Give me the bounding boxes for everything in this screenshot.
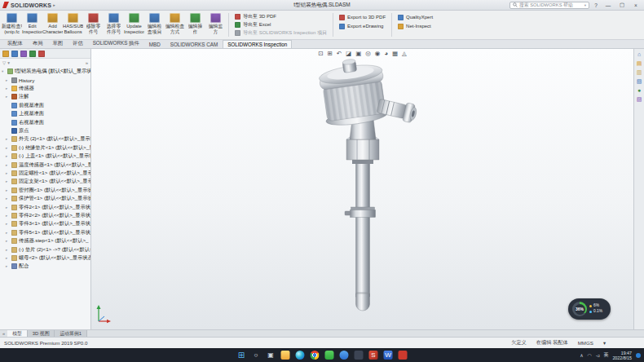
tree-item[interactable]: ▸ 温度传感器<1> (默认<<默认>_显示 bbox=[0, 161, 90, 169]
filter-caret-icon[interactable]: ▾ bbox=[7, 60, 10, 65]
maximize-button[interactable]: ▢ bbox=[616, 1, 628, 10]
section-view-icon[interactable]: ◪ bbox=[346, 50, 351, 57]
propertymanager-tab-icon[interactable] bbox=[11, 51, 18, 57]
ribbon-button[interactable]: 选择零 件序号 bbox=[104, 11, 124, 38]
tray-chevron-icon[interactable]: ∧ bbox=[580, 352, 583, 358]
dimxpertmanager-tab-icon[interactable] bbox=[29, 51, 36, 57]
tree-item-expand-icon[interactable]: ▸ bbox=[6, 248, 10, 252]
search-dropdown-icon[interactable]: ▾ bbox=[584, 3, 586, 7]
tree-item[interactable]: ▸ 零件3<1> (默认<<默认>_显示状态 bbox=[0, 220, 90, 228]
tree-root-expand-icon[interactable]: ▾ bbox=[2, 69, 6, 73]
design-library-icon[interactable]: ▤ bbox=[637, 60, 642, 66]
tabs-collapse-icon[interactable]: « bbox=[0, 330, 7, 337]
tree-item[interactable]: ▸ 零件2<1> (默认<<默认>_显示状态 bbox=[0, 203, 90, 211]
status-item[interactable]: ▾ bbox=[603, 340, 606, 346]
tree-item[interactable]: ▸ 零件2<2> (默认<<默认>_显示状态 bbox=[0, 211, 90, 219]
tree-item-expand-icon[interactable]: ▸ bbox=[6, 95, 10, 99]
tree-item-expand-icon[interactable]: ▸ bbox=[6, 264, 10, 268]
minimize-button[interactable]: — bbox=[602, 1, 614, 10]
ribbon-button[interactable]: 编辑操 作 bbox=[185, 11, 205, 38]
tree-item-expand-icon[interactable]: ▸ bbox=[6, 86, 10, 90]
displaymanager-tab-icon[interactable] bbox=[38, 51, 45, 57]
appearances-icon[interactable]: ● bbox=[637, 87, 641, 93]
search-input[interactable]: 搜索 SOLIDWORKS 帮助 ▾ bbox=[509, 2, 589, 9]
tree-item-expand-icon[interactable]: ▸ bbox=[6, 256, 10, 260]
task-view-button[interactable]: ▣ bbox=[267, 351, 276, 360]
notification-badge[interactable] bbox=[636, 353, 641, 358]
thermocouple-model[interactable] bbox=[91, 49, 633, 329]
probe-tube[interactable] bbox=[356, 157, 370, 311]
tree-item-expand-icon[interactable]: ▸ bbox=[6, 179, 10, 183]
ribbon-button[interactable]: Edit Inspection bbox=[22, 11, 42, 38]
close-button[interactable]: × bbox=[630, 1, 642, 10]
tree-item-expand-icon[interactable]: ▸ bbox=[6, 222, 10, 226]
view-palette-icon[interactable]: ▧ bbox=[637, 78, 642, 84]
tree-item[interactable]: ▸ 密封圈<1> (默认<<默认>_显示状态 bbox=[0, 186, 90, 194]
tree-item-expand-icon[interactable]: ▸ bbox=[6, 154, 10, 158]
zoom-fit-icon[interactable]: ⊡ bbox=[318, 50, 323, 57]
cable-connector[interactable] bbox=[376, 96, 417, 123]
ime-indicator[interactable]: 英 bbox=[603, 351, 608, 359]
volume-icon[interactable]: ◅ bbox=[596, 352, 600, 358]
zoom-area-icon[interactable]: ⊞ bbox=[328, 50, 333, 57]
filter-funnel-icon[interactable]: ▽ bbox=[2, 60, 6, 65]
view-orientation-icon[interactable]: ▣ bbox=[355, 50, 361, 57]
hide-show-items-icon[interactable]: ◉ bbox=[375, 50, 381, 57]
ribbon-button[interactable]: 编辑检 查项目 bbox=[144, 11, 165, 38]
tree-item-expand-icon[interactable]: ▸ bbox=[6, 214, 10, 218]
tree-item[interactable]: 原点 bbox=[0, 126, 90, 135]
motion-tab[interactable]: 模型 bbox=[7, 330, 28, 337]
tree-item[interactable]: ▸ 外壳 (2)<1> (默认<<默认>_显示状态 bbox=[0, 135, 90, 143]
tree-item[interactable]: 右视基准面 bbox=[0, 118, 90, 126]
tree-item[interactable]: ▸ 固定支架<1> (默认<<默认>_显示状 bbox=[0, 178, 90, 186]
connection-head[interactable] bbox=[317, 55, 389, 129]
tree-item[interactable]: ▸ (-) 绝缘垫片<1> (默认<<默认>_显示 bbox=[0, 143, 90, 152]
tree-item[interactable]: ▸ 零件5<1> (默认<<默认>_显示状态 bbox=[0, 228, 90, 236]
ribbon-button[interactable]: 新建检查项目 (snip.fc bbox=[2, 11, 22, 38]
ribbon-tab[interactable]: 装配体 bbox=[2, 38, 28, 48]
status-item[interactable]: MMGS bbox=[578, 340, 593, 346]
service-menu-item[interactable]: Net-Inspect bbox=[398, 22, 433, 30]
tree-item[interactable]: 前视基准面 bbox=[0, 101, 90, 109]
clamp-ring[interactable] bbox=[345, 207, 376, 218]
tree-item[interactable]: ▸ 配合 bbox=[0, 263, 90, 271]
ribbon-button[interactable]: 编辑检查 方式 bbox=[165, 11, 185, 38]
previous-view-icon[interactable]: ↶ bbox=[337, 50, 342, 57]
ribbon-button[interactable]: 移除零 件号 bbox=[83, 11, 104, 38]
tree-item-expand-icon[interactable]: ▸ bbox=[6, 163, 10, 167]
tree-item-expand-icon[interactable]: ▸ bbox=[6, 137, 10, 141]
file-explorer-pane-icon[interactable]: ▥ bbox=[637, 69, 642, 75]
app-red-button[interactable] bbox=[399, 351, 408, 360]
edge-button[interactable] bbox=[296, 351, 305, 360]
export-menu-item[interactable]: Export to 3D PDF bbox=[339, 13, 386, 21]
ribbon-tab[interactable]: SOLIDWORKS CAM bbox=[165, 40, 223, 48]
help-button[interactable]: ? bbox=[592, 2, 600, 8]
search-button[interactable]: ○ bbox=[252, 351, 261, 360]
ribbon-button[interactable]: 编辑监 方 bbox=[205, 11, 226, 38]
export-menu-item[interactable]: Export eDrawing bbox=[339, 22, 386, 30]
featuremanager-tab-icon[interactable] bbox=[2, 51, 9, 57]
export-menu-item[interactable]: 导出至 3D PDF bbox=[235, 13, 327, 20]
tree-item[interactable]: ▸ 螺母<2> (默认<<默认>_显示状态 bbox=[0, 254, 90, 262]
tree-item-expand-icon[interactable]: ▸ bbox=[6, 231, 10, 235]
ribbon-tab[interactable]: SOLIDWORKS 插件 bbox=[88, 38, 144, 48]
status-item[interactable]: 在编辑 装配体 bbox=[536, 339, 568, 347]
hex-nut[interactable] bbox=[346, 135, 379, 164]
tree-item[interactable]: ▸ (-) 上盖<1> (默认<<默认>_显示状态 bbox=[0, 152, 90, 161]
tree-item[interactable]: ▸ (-) 垫片 (2)<1> ->? (默认<<默认>_ bbox=[0, 245, 90, 254]
tree-item-expand-icon[interactable]: ▸ bbox=[6, 239, 10, 243]
solidworks-taskbar-button[interactable]: S bbox=[369, 351, 378, 360]
ribbon-tab[interactable]: MBD bbox=[144, 40, 165, 48]
ribbon-button[interactable]: Update Inspection Pr bbox=[124, 11, 144, 38]
status-item[interactable]: 欠定义 bbox=[511, 339, 527, 347]
view-settings-icon[interactable]: ◬ bbox=[402, 50, 407, 57]
qq-button[interactable] bbox=[340, 351, 349, 360]
apply-scene-icon[interactable]: ▦ bbox=[392, 50, 398, 57]
word-button[interactable]: W bbox=[384, 351, 393, 360]
tree-item[interactable]: ▸ 传感器 bbox=[0, 84, 90, 92]
file-explorer-button[interactable] bbox=[281, 351, 290, 360]
wechat-button[interactable] bbox=[325, 351, 334, 360]
chrome-button[interactable] bbox=[311, 351, 320, 360]
app-dark-button[interactable] bbox=[355, 351, 364, 360]
motion-tab[interactable]: 运动算例1 bbox=[55, 330, 86, 337]
